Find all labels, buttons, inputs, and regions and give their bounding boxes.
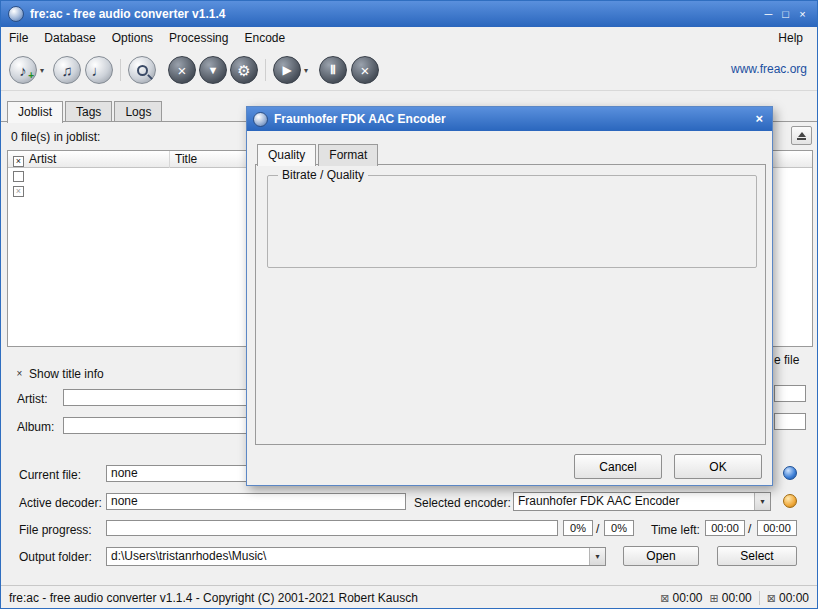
window-title: fre:ac - free audio converter v1.1.4 — [30, 7, 225, 21]
minimize-button[interactable]: ─ — [760, 8, 777, 20]
add-files-dropdown-icon[interactable]: ▾ — [40, 66, 44, 75]
chevron-down-icon[interactable]: ▾ — [754, 493, 770, 510]
remove-entry-icon: × — [178, 63, 187, 78]
info-indicator-icon[interactable] — [783, 466, 797, 480]
warning-indicator-icon[interactable] — [783, 494, 797, 508]
add-audio-cd-button[interactable]: ♫ — [53, 56, 81, 84]
add-files-icon: ♪ — [19, 63, 27, 78]
show-title-info-label[interactable]: Show title info — [29, 367, 104, 381]
cddb-query-icon — [137, 65, 148, 76]
statusbar-time: 00:00 — [779, 591, 809, 605]
maximize-button[interactable]: □ — [777, 8, 794, 20]
slash-separator: / — [596, 522, 599, 536]
field-fragment[interactable] — [774, 385, 806, 402]
selected-encoder-value: Fraunhofer FDK AAC Encoder — [518, 494, 679, 508]
menu-database[interactable]: Database — [36, 28, 103, 48]
pause-encoding-button[interactable]: Ⅱ — [319, 56, 347, 84]
statusbar-time: 00:00 — [722, 591, 752, 605]
joblist-count-text: 0 file(s) in joblist: — [11, 130, 100, 144]
menu-encode[interactable]: Encode — [236, 28, 293, 48]
dialog-titlebar[interactable]: Fraunhofer FDK AAC Encoder × — [247, 107, 772, 131]
select-button[interactable]: Select — [717, 546, 797, 566]
settings-button[interactable]: ⚙ — [230, 56, 258, 84]
time-icon: ⊞ — [710, 592, 719, 605]
statusbar-time: 00:00 — [672, 591, 702, 605]
app-window: fre:ac - free audio converter v1.1.4 ─ □… — [0, 0, 818, 609]
file-progress-label: File progress: — [19, 523, 92, 537]
toolbar-separator — [120, 59, 121, 81]
tab-joblist[interactable]: Joblist — [7, 101, 63, 123]
active-decoder-label: Active decoder: — [19, 496, 102, 510]
output-folder-dropdown[interactable]: d:\Users\tristanrhodes\Music\ ▾ — [106, 547, 606, 566]
toolbar: ♪ + ▾ ♫ ♩ × ▼ ⚙ ▶ ▾ Ⅱ × — [1, 49, 817, 91]
total-percent-box: 0% — [604, 520, 634, 536]
time-left-total-box: 00:00 — [757, 520, 797, 536]
time-icon: ⊠ — [660, 592, 669, 605]
gear-icon: ⚙ — [237, 63, 250, 78]
chevron-down-icon[interactable]: ▾ — [589, 548, 605, 565]
artist-label: Artist: — [17, 392, 48, 406]
menu-help[interactable]: Help — [770, 28, 811, 48]
truncated-label-fragment: e file — [774, 353, 799, 367]
statusbar: fre:ac - free audio converter v1.1.4 - C… — [1, 585, 817, 609]
titlebar[interactable]: fre:ac - free audio converter v1.1.4 ─ □… — [1, 1, 817, 27]
toolbar-separator — [265, 59, 266, 81]
dialog-title: Fraunhofer FDK AAC Encoder — [274, 112, 446, 126]
stop-encoding-button[interactable]: × — [351, 56, 379, 84]
select-all-checkbox[interactable]: × — [13, 156, 24, 167]
cancel-button[interactable]: Cancel — [574, 454, 662, 479]
selected-encoder-label: Selected encoder: — [414, 496, 511, 510]
cddb-query-button[interactable] — [128, 56, 156, 84]
dialog-tab-quality[interactable]: Quality — [257, 144, 316, 166]
output-folder-value: d:\Users\tristanrhodes\Music\ — [111, 549, 266, 563]
menu-options[interactable]: Options — [104, 28, 161, 48]
open-disc-tray-button[interactable] — [791, 126, 812, 145]
dialog-logo-icon — [253, 112, 268, 127]
main-tabs: Joblist Tags Logs — [7, 101, 164, 122]
file-progress-bar — [106, 520, 558, 536]
play-icon: ▶ — [282, 64, 291, 76]
remove-entry-button[interactable]: × — [168, 56, 196, 84]
field-fragment[interactable] — [774, 413, 806, 430]
clear-joblist-button[interactable]: ▼ — [199, 56, 227, 84]
statusbar-text: fre:ac - free audio converter v1.1.4 - C… — [9, 591, 418, 605]
add-files-button[interactable]: ♪ + — [9, 56, 37, 84]
slash-separator: / — [748, 522, 751, 536]
current-file-label: Current file: — [19, 468, 81, 482]
add-file-button[interactable]: ♩ — [85, 56, 113, 84]
album-label: Album: — [17, 420, 54, 434]
app-logo-icon — [8, 6, 24, 22]
start-encoding-button[interactable]: ▶ — [273, 56, 301, 84]
dialog-tab-format[interactable]: Format — [318, 144, 378, 166]
selected-encoder-dropdown[interactable]: Fraunhofer FDK AAC Encoder ▾ — [513, 492, 771, 511]
open-button[interactable]: Open — [623, 546, 699, 566]
encoder-config-dialog: Fraunhofer FDK AAC Encoder × Quality For… — [246, 106, 773, 486]
clear-joblist-icon: ▼ — [208, 65, 219, 76]
menubar: File Database Options Processing Encode … — [1, 27, 817, 49]
select-none-checkbox[interactable] — [13, 171, 24, 182]
statusbar-time-group: ⊞ 00:00 — [710, 591, 752, 605]
dialog-close-button[interactable]: × — [755, 111, 763, 126]
statusbar-time-group: ⊠ 00:00 — [660, 591, 702, 605]
eject-icon — [798, 132, 806, 137]
output-folder-label: Output folder: — [19, 550, 92, 564]
active-decoder-field: none — [106, 493, 406, 510]
column-header-artist[interactable]: Artist — [24, 151, 170, 168]
collapse-title-info-icon[interactable]: × — [14, 368, 25, 379]
add-file-icon: ♩ — [92, 63, 107, 78]
tab-logs[interactable]: Logs — [114, 101, 162, 122]
start-encoding-dropdown-icon[interactable]: ▾ — [304, 66, 308, 75]
group-title: Bitrate / Quality — [278, 168, 368, 182]
close-button[interactable]: × — [794, 8, 811, 20]
menu-processing[interactable]: Processing — [161, 28, 236, 48]
tab-tags[interactable]: Tags — [65, 101, 112, 122]
menu-file[interactable]: File — [1, 28, 36, 48]
statusbar-time-group: ⊠ 00:00 — [767, 591, 809, 605]
track-percent-box: 0% — [563, 520, 593, 536]
ok-button[interactable]: OK — [674, 454, 762, 479]
toggle-selection-checkbox[interactable]: × — [13, 186, 24, 197]
time-left-track-box: 00:00 — [705, 520, 745, 536]
bitrate-quality-group: Bitrate / Quality — [267, 175, 757, 268]
stop-icon: × — [361, 63, 370, 78]
website-link[interactable]: www.freac.org — [731, 62, 807, 76]
